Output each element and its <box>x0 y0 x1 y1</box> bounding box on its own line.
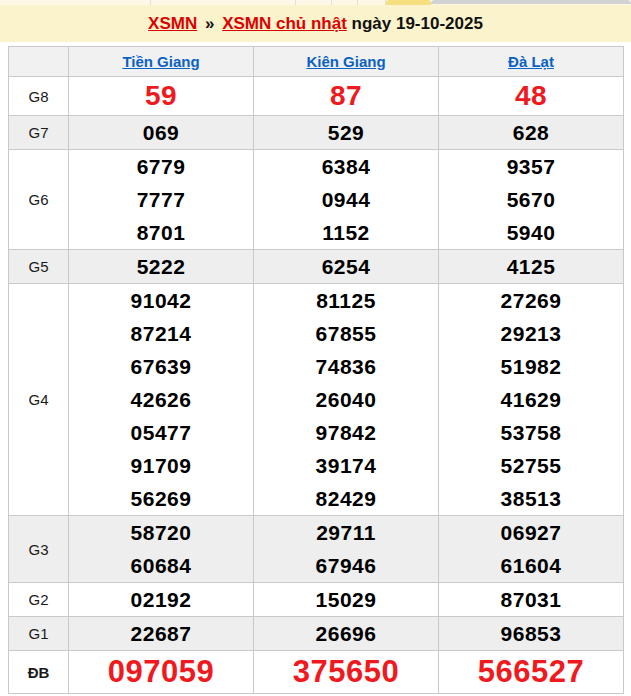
result-number: 38513 <box>439 482 623 515</box>
result-cell: 069 <box>69 116 254 150</box>
result-number: 02192 <box>69 583 253 616</box>
result-cell: 5872060684 <box>69 516 254 583</box>
result-cell: 0692761604 <box>439 516 624 583</box>
result-number: 60684 <box>69 549 253 582</box>
result-number: 51982 <box>439 350 623 383</box>
result-number: 5670 <box>439 183 623 216</box>
result-number: 9357 <box>439 150 623 183</box>
result-cell: 097059 <box>69 651 254 694</box>
table-row: G5522262544125 <box>9 250 624 284</box>
result-number: 529 <box>254 116 438 149</box>
result-number: 5940 <box>439 216 623 249</box>
result-cell: 935756705940 <box>439 150 624 250</box>
prize-label: G2 <box>9 583 69 617</box>
prize-label: G6 <box>9 150 69 250</box>
xsmn-link[interactable]: XSMN <box>148 14 197 33</box>
prize-label: G5 <box>9 250 69 284</box>
column-header-kien-giang: Kiên Giang <box>254 47 439 77</box>
result-cell: 48 <box>439 77 624 116</box>
province-link-da-lat[interactable]: Đà Lạt <box>508 53 554 70</box>
breadcrumb-separator: » <box>197 14 222 33</box>
table-header-row: Tiền Giang Kiên Giang Đà Lạt <box>9 47 624 77</box>
tab-strip-segment <box>0 0 151 5</box>
result-cell: 87031 <box>439 583 624 617</box>
result-number: 7777 <box>69 183 253 216</box>
result-number: 87214 <box>69 317 253 350</box>
result-number: 48 <box>439 77 623 115</box>
table-row: G1226872669696853 <box>9 617 624 651</box>
result-cell: 566527 <box>439 651 624 694</box>
result-number: 42626 <box>69 383 253 416</box>
result-cell: 96853 <box>439 617 624 651</box>
table-row: G3587206068429711679460692761604 <box>9 516 624 583</box>
result-number: 41629 <box>439 383 623 416</box>
result-number: 56269 <box>69 482 253 515</box>
result-number: 29213 <box>439 317 623 350</box>
result-number: 53758 <box>439 416 623 449</box>
table-row: G7069529628 <box>9 116 624 150</box>
xsmn-sunday-link[interactable]: XSMN chủ nhật <box>222 14 347 33</box>
result-number: 91042 <box>69 284 253 317</box>
result-number: 67946 <box>254 549 438 582</box>
prize-label: G8 <box>9 77 69 116</box>
result-number: 069 <box>69 116 253 149</box>
result-number: 82429 <box>254 482 438 515</box>
result-cell: 27269292135198241629537585275538513 <box>439 284 624 516</box>
result-cell: 2971167946 <box>254 516 439 583</box>
column-header-tien-giang: Tiền Giang <box>69 47 254 77</box>
result-number: 87031 <box>439 583 623 616</box>
prize-label: G7 <box>9 116 69 150</box>
result-number: 6384 <box>254 150 438 183</box>
result-number: 97842 <box>254 416 438 449</box>
province-link-kien-giang[interactable]: Kiên Giang <box>306 53 385 70</box>
prize-label: ĐB <box>9 651 69 694</box>
result-number: 67855 <box>254 317 438 350</box>
result-number: 74836 <box>254 350 438 383</box>
result-number: 06927 <box>439 516 623 549</box>
result-cell: 529 <box>254 116 439 150</box>
tab-strip-gray-area <box>431 0 631 4</box>
result-cell: 26696 <box>254 617 439 651</box>
result-cell: 02192 <box>69 583 254 617</box>
result-number: 097059 <box>69 651 253 693</box>
title-banner: XSMN » XSMN chủ nhật ngày 19-10-2025 <box>0 5 631 42</box>
result-cell: 5222 <box>69 250 254 284</box>
result-number: 22687 <box>69 617 253 650</box>
result-number: 27269 <box>439 284 623 317</box>
result-number: 52755 <box>439 449 623 482</box>
result-number: 29711 <box>254 516 438 549</box>
result-cell: 22687 <box>69 617 254 651</box>
result-number: 15029 <box>254 583 438 616</box>
result-number: 6254 <box>254 250 438 283</box>
result-cell: 81125678557483626040978423917482429 <box>254 284 439 516</box>
result-number: 91709 <box>69 449 253 482</box>
result-number: 61604 <box>439 549 623 582</box>
result-number: 26040 <box>254 383 438 416</box>
result-number: 566527 <box>439 651 623 693</box>
banner-date: ngày 19-10-2025 <box>352 14 483 33</box>
result-cell: 375650 <box>254 651 439 694</box>
result-number: 26696 <box>254 617 438 650</box>
result-number: 1152 <box>254 216 438 249</box>
table-row: G6677977778701638409441152935756705940 <box>9 150 624 250</box>
province-link-tien-giang[interactable]: Tiền Giang <box>122 53 199 70</box>
result-number: 39174 <box>254 449 438 482</box>
result-number: 96853 <box>439 617 623 650</box>
result-number: 87 <box>254 77 438 115</box>
result-number: 0944 <box>254 183 438 216</box>
result-number: 5222 <box>69 250 253 283</box>
result-cell: 59 <box>69 77 254 116</box>
result-cell: 677977778701 <box>69 150 254 250</box>
prize-label: G3 <box>9 516 69 583</box>
result-cell: 6254 <box>254 250 439 284</box>
result-cell: 15029 <box>254 583 439 617</box>
results-table: Tiền Giang Kiên Giang Đà Lạt G8598748G70… <box>8 46 624 694</box>
prize-label: G1 <box>9 617 69 651</box>
result-number: 59 <box>69 77 253 115</box>
result-number: 6779 <box>69 150 253 183</box>
table-row: G491042872146763942626054779170956269811… <box>9 284 624 516</box>
table-row: G2021921502987031 <box>9 583 624 617</box>
result-cell: 91042872146763942626054779170956269 <box>69 284 254 516</box>
table-row: ĐB097059375650566527 <box>9 651 624 694</box>
result-number: 58720 <box>69 516 253 549</box>
